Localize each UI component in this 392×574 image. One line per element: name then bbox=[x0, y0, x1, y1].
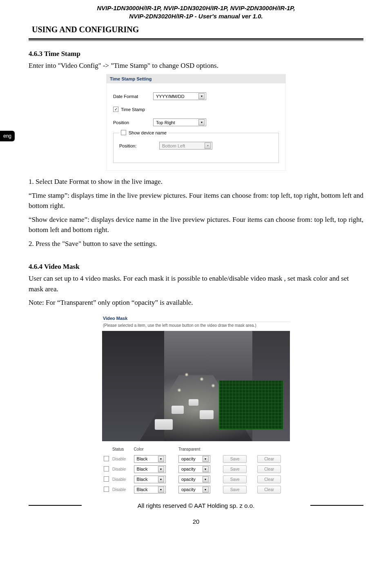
mask-transparent-select[interactable]: opacity▾ bbox=[178, 476, 210, 483]
col-status: Status bbox=[111, 447, 132, 454]
para-463-1: 1. Select Date Format to show in the liv… bbox=[29, 176, 363, 187]
para-464-2: Note: For “Transparent” only option “opa… bbox=[29, 297, 363, 308]
timestamp-checkbox-label: Time Stamp bbox=[121, 107, 145, 112]
doc-header-line2: NVIP-2DN3020H/IR-1P - User's manual ver … bbox=[29, 12, 363, 20]
intro-463: Enter into "Video Config" -> "Time Stamp… bbox=[29, 60, 363, 71]
video-mask-panel: Video Mask (Please selected a item, use … bbox=[102, 314, 290, 495]
mask-row-checkbox[interactable] bbox=[104, 466, 109, 471]
mask-transparent-select[interactable]: opacity▾ bbox=[178, 455, 210, 463]
timestamp-checkbox[interactable]: ✓ bbox=[113, 107, 118, 112]
heading-464: 4.6.4 Video Mask bbox=[29, 263, 363, 271]
date-format-value: YYYY/MM/DD bbox=[156, 94, 185, 99]
chevron-down-icon: ▾ bbox=[203, 476, 209, 482]
mask-save-button[interactable]: Save bbox=[223, 476, 247, 483]
video-mask-overlay[interactable] bbox=[219, 381, 283, 429]
preview-car bbox=[189, 399, 198, 406]
chevron-down-icon: ▾ bbox=[198, 93, 205, 99]
mask-save-button[interactable]: Save bbox=[223, 486, 247, 494]
chevron-down-icon: ▾ bbox=[198, 119, 205, 125]
mask-color-select[interactable]: Black▾ bbox=[134, 476, 166, 483]
doc-header-line1: NVIP-1DN3000H/IR-1P, NVIP-1DN3020H/IR-1P… bbox=[29, 4, 363, 12]
col-color: Color bbox=[132, 447, 177, 454]
mask-color-select[interactable]: Black▾ bbox=[134, 465, 166, 473]
mask-color-select[interactable]: Black▾ bbox=[134, 486, 166, 494]
table-row: DisableBlack▾opacity▾SaveClear bbox=[102, 474, 290, 485]
video-mask-title: Video Mask bbox=[102, 314, 290, 322]
footer-rights: All rights reserved © AAT Holding sp. z … bbox=[86, 502, 306, 509]
mask-row-checkbox[interactable] bbox=[104, 476, 109, 482]
chevron-down-icon: ▾ bbox=[203, 466, 209, 472]
device-position-select[interactable]: Bottom Left ▾ bbox=[159, 142, 212, 150]
mask-status: Disable bbox=[112, 477, 126, 482]
timestamp-position-value: Top Right bbox=[156, 120, 175, 125]
date-format-select[interactable]: YYYY/MM/DD ▾ bbox=[153, 92, 206, 100]
mask-row-checkbox[interactable] bbox=[104, 456, 109, 461]
mask-clear-button[interactable]: Clear bbox=[257, 476, 281, 483]
doc-header: NVIP-1DN3000H/IR-1P, NVIP-1DN3020H/IR-1P… bbox=[29, 4, 363, 21]
mask-clear-button[interactable]: Clear bbox=[257, 455, 281, 463]
device-position-label: Position: bbox=[119, 143, 152, 148]
mask-status: Disable bbox=[112, 467, 126, 471]
mask-status: Disable bbox=[112, 457, 126, 461]
footer-rule: All rights reserved © AAT Holding sp. z … bbox=[29, 502, 363, 509]
timestamp-setting-panel: Time Stamp Setting Date Format YYYY/MM/D… bbox=[106, 74, 286, 171]
para-463-2: “Time stamp”: displays time in the live … bbox=[29, 190, 363, 211]
mask-status: Disable bbox=[112, 487, 126, 492]
preview-light bbox=[211, 384, 215, 388]
mask-transparent-select[interactable]: opacity▾ bbox=[178, 486, 210, 494]
chevron-down-icon: ▾ bbox=[158, 456, 164, 462]
timestamp-panel-title: Time Stamp Setting bbox=[107, 74, 285, 83]
preview-car bbox=[200, 410, 214, 419]
language-tab: eng bbox=[0, 131, 15, 141]
table-row: DisableBlack▾opacity▾SaveClear bbox=[102, 454, 290, 464]
video-mask-preview[interactable] bbox=[102, 331, 290, 441]
page-number: 20 bbox=[29, 518, 363, 525]
mask-clear-button[interactable]: Clear bbox=[257, 486, 281, 494]
preview-car bbox=[172, 406, 184, 414]
mask-save-button[interactable]: Save bbox=[223, 465, 247, 473]
preview-light bbox=[177, 388, 181, 392]
section-divider bbox=[29, 38, 363, 41]
chevron-down-icon: ▾ bbox=[205, 143, 211, 149]
show-device-label: Show device name bbox=[129, 130, 167, 135]
table-row: DisableBlack▾opacity▾SaveClear bbox=[102, 464, 290, 474]
video-mask-table: Status Color Transparent DisableBlack▾op… bbox=[102, 447, 290, 495]
section-title: USING AND CONFIGURING bbox=[32, 25, 363, 34]
video-mask-note: (Please selected a item, use the left mo… bbox=[102, 322, 290, 331]
date-format-label: Date Format bbox=[113, 94, 146, 99]
chevron-down-icon: ▾ bbox=[203, 487, 209, 493]
heading-463: 4.6.3 Time Stamp bbox=[29, 50, 363, 58]
mask-row-checkbox[interactable] bbox=[104, 487, 109, 492]
para-463-3: “Show device name”: displays device name… bbox=[29, 214, 363, 235]
show-device-checkbox[interactable] bbox=[121, 130, 126, 135]
show-device-name-group: Show device name Position: Bottom Left ▾ bbox=[113, 133, 279, 163]
col-transparent: Transparent bbox=[177, 447, 221, 454]
mask-transparent-select[interactable]: opacity▾ bbox=[178, 465, 210, 473]
mask-save-button[interactable]: Save bbox=[223, 455, 247, 463]
preview-car bbox=[155, 419, 173, 430]
chevron-down-icon: ▾ bbox=[158, 466, 164, 472]
chevron-down-icon: ▾ bbox=[158, 476, 164, 482]
para-463-4: 2. Press the "Save" button to save the s… bbox=[29, 239, 363, 249]
table-row: DisableBlack▾opacity▾SaveClear bbox=[102, 485, 290, 495]
mask-clear-button[interactable]: Clear bbox=[257, 465, 281, 473]
chevron-down-icon: ▾ bbox=[158, 487, 164, 493]
chevron-down-icon: ▾ bbox=[203, 456, 209, 462]
para-464-1: User can set up to 4 video masks. For ea… bbox=[29, 273, 363, 294]
position-label: Position bbox=[113, 120, 146, 125]
device-position-value: Bottom Left bbox=[162, 143, 185, 148]
mask-color-select[interactable]: Black▾ bbox=[134, 455, 166, 463]
timestamp-position-select[interactable]: Top Right ▾ bbox=[153, 118, 206, 126]
